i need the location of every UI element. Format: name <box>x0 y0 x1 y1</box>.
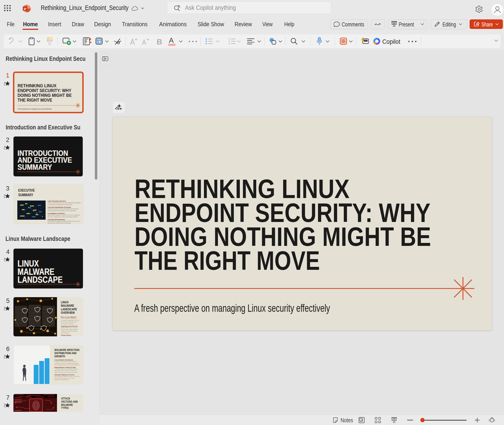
svg-text:0101011010: 0101011010 <box>15 399 21 401</box>
svg-text:P: P <box>24 7 26 11</box>
svg-text:0110101101: 0110101101 <box>15 410 21 411</box>
svg-text:3: 3 <box>228 43 230 45</box>
svg-text:1010010110: 1010010110 <box>15 401 21 403</box>
